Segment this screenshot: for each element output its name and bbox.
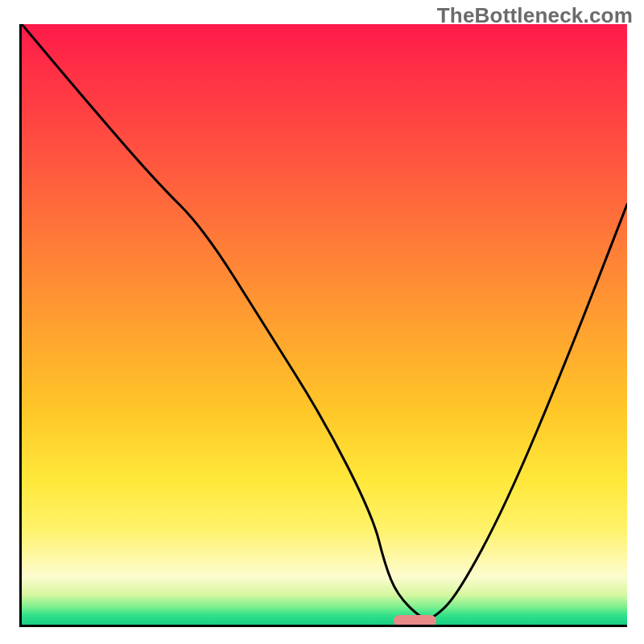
- plot-area: [19, 24, 627, 627]
- bottleneck-curve: [22, 24, 627, 625]
- chart-canvas: TheBottleneck.com: [0, 0, 644, 644]
- optimal-marker: [394, 615, 436, 626]
